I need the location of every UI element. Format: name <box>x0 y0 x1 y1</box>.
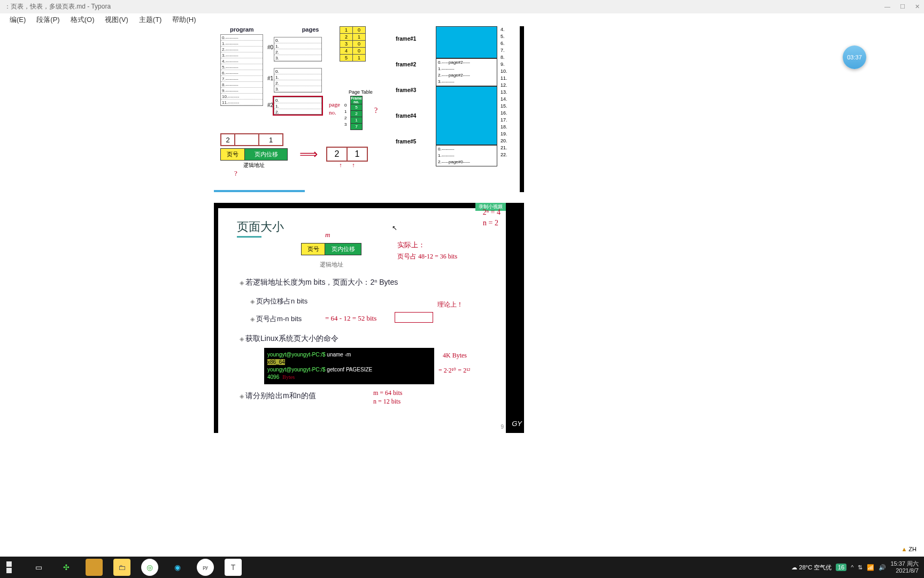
page-number: 9 <box>500 424 504 430</box>
menu-help[interactable]: 帮助(H) <box>167 13 201 26</box>
wifi-icon[interactable]: 📶 <box>867 564 874 571</box>
task-view-icon[interactable]: ▭ <box>30 559 47 576</box>
warning-icon: ▲ <box>901 546 907 552</box>
handwriting-n12: n = 12 bits <box>373 398 401 406</box>
language-indicator: ▲ ZH <box>901 546 917 552</box>
page-box-2: 0.1.2. <box>274 97 322 115</box>
volume-icon[interactable]: 🔊 <box>879 564 886 571</box>
network-icon[interactable]: ⇅ <box>858 564 863 571</box>
bullet-1: 若逻辑地址长度为m bits，页面大小：2ⁿ Bytes <box>240 278 398 287</box>
page-label-0: #0 <box>267 44 273 50</box>
handwriting-theory: 理论上！ <box>437 300 463 309</box>
recording-timer[interactable]: 03:37 <box>843 45 866 69</box>
arrow-icon: ⟹ <box>299 147 318 162</box>
bullet-4: 获取Linux系统页大小的命令 <box>240 334 338 344</box>
window-title: ：页表，快表，多级页表.md - Typora <box>4 2 111 11</box>
address-diagram: 页号页内位移 <box>301 243 361 255</box>
tray-badge[interactable]: 16 <box>836 564 846 571</box>
maximize-button[interactable]: ☐ <box>900 3 905 10</box>
slide-image-2: 录制小视频 页面大小 2ⁿ = 4 n = 2 m 页号页内位移 逻辑地址 实际… <box>214 203 524 433</box>
bullet-2: 页内位移占n bits <box>250 296 307 306</box>
typora-icon[interactable]: T <box>225 559 242 576</box>
page-box-1: 0.1.2.3. <box>274 68 322 93</box>
program-listing: 0.---------1.---------2.---------3.-----… <box>220 34 263 106</box>
handwriting-bits: 页号占 48-12 = 36 bits <box>397 252 457 261</box>
handwriting-no: no. <box>329 109 336 116</box>
watermark: GY <box>512 420 522 428</box>
tray-chevron-icon[interactable]: ^ <box>851 564 853 571</box>
handwriting-power: = 2·2¹⁰ = 2¹² <box>438 367 470 375</box>
label-pagetable: Page Table <box>349 89 373 95</box>
translated-address: 21 ↑ ↑ <box>326 147 368 168</box>
menu-paragraph[interactable]: 段落(P) <box>31 13 65 26</box>
file-explorer-icon[interactable]: 🗀 <box>113 559 130 576</box>
handwriting-4k: 4K Bytes <box>443 352 467 360</box>
logical-address: 21 页号页内位移 逻辑地址 ? <box>220 133 288 178</box>
address-label: 逻辑地址 <box>320 261 343 269</box>
bullet-3: 页号占m-n bits <box>250 314 302 324</box>
weather-widget[interactable]: ☁ 28°C 空气优 <box>791 564 831 572</box>
system-tray[interactable]: ☁ 28°C 空气优 16 ^ ⇅ 📶 🔊 15:37 周六2021/8/7 <box>791 560 924 574</box>
page-box-0: 0.1.2.3. <box>274 37 322 62</box>
edge-icon[interactable]: ◉ <box>169 559 186 576</box>
bullet-5: 请分别给出m和n的值 <box>240 391 316 401</box>
titlebar: ：页表，快表，多级页表.md - Typora — ☐ ✕ <box>0 0 924 13</box>
close-button[interactable]: ✕ <box>915 3 920 10</box>
label-program: program <box>230 26 254 33</box>
menubar: 编(E) 段落(P) 格式(O) 视图(V) 主题(T) 帮助(H) <box>0 13 924 26</box>
editor-content[interactable]: programpages 0.---------1.---------2.---… <box>0 26 924 557</box>
page-label-1: #1 <box>267 75 273 81</box>
handwriting-eq2: n = 2 <box>483 219 498 227</box>
start-button[interactable] <box>6 561 18 573</box>
page-label-2: #2 <box>267 102 273 108</box>
handwriting-m: m <box>325 231 330 239</box>
clock[interactable]: 15:37 周六2021/8/7 <box>890 560 919 574</box>
label-pages: pages <box>302 26 319 33</box>
handwriting-calc: = 64 - 12 = 52 bits <box>325 314 376 323</box>
handwriting-m64: m = 64 bits <box>373 389 402 397</box>
menu-format[interactable]: 格式(O) <box>65 13 100 26</box>
menu-view[interactable]: 视图(V) <box>99 13 133 26</box>
yellow-table: 10 21 30 40 51 <box>340 26 366 62</box>
menu-edit[interactable]: 编(E) <box>4 13 31 26</box>
menu-theme[interactable]: 主题(T) <box>134 13 167 26</box>
slide-title: 页面大小 <box>237 219 284 235</box>
pagetable-index: 0123 <box>344 102 346 128</box>
memory-column: 0.-----page#2-----1.---------2.-----page… <box>436 26 497 166</box>
handwriting-actual: 实际上： <box>397 240 425 250</box>
mouse-cursor-icon: ↖ <box>392 224 397 232</box>
progress-bar <box>214 190 305 192</box>
box-52bits <box>395 312 433 323</box>
app-icon-round[interactable]: py <box>197 559 214 576</box>
memory-numbers: 4.5.6.7. 8.9.10.11. 12.13.14.15. 16.17.1… <box>500 26 507 158</box>
frame-labels: frame#1frame#2 frame#3frame#4 frame#5 <box>396 26 416 155</box>
app-icon-1[interactable]: ✣ <box>58 559 75 576</box>
browser-icon-1[interactable]: ◎ <box>141 559 158 576</box>
terminal: youngyt@youngyt-PC:/$ uname -m x86_64 yo… <box>264 347 435 385</box>
taskbar[interactable]: ▭ ✣ 🗀 ◎ ◉ py T ☁ 28°C 空气优 16 ^ ⇅ 📶 🔊 15:… <box>0 557 924 578</box>
handwriting-page: page <box>329 101 340 108</box>
app-icon-yellow[interactable] <box>86 559 103 576</box>
handwriting-eq1: 2ⁿ = 4 <box>483 208 500 217</box>
page-table: Frame no. 5 2 1 7 <box>350 96 363 130</box>
handwriting-q1: ? <box>374 107 378 115</box>
minimize-button[interactable]: — <box>884 3 890 10</box>
slide-image-1: programpages 0.---------1.---------2.---… <box>214 26 524 192</box>
